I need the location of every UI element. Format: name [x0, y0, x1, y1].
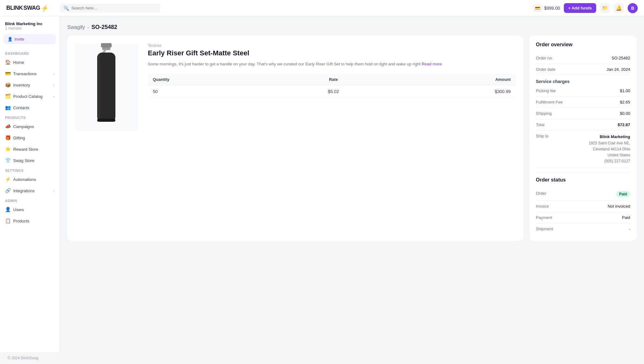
invite-button[interactable]: 👤 Invite — [4, 34, 56, 44]
order-overview-title: Order overview — [536, 42, 630, 48]
ship-to-name: Blink Marketing — [589, 134, 630, 140]
footer-text: © 2024 BlinkSwag — [8, 356, 38, 360]
search-input[interactable] — [71, 6, 157, 10]
ship-to-address-text: 1925 Saint Clair Ave NE,Cleveland 44114 … — [589, 140, 630, 165]
order-date-value: Jan 24, 2024 — [607, 67, 630, 72]
automations-icon: ⚡ — [5, 176, 11, 182]
chevron-right-icon: › — [53, 94, 54, 98]
sidebar-item-swag-store[interactable]: 👕 Swag Store — [0, 155, 59, 166]
order-status-label: Order — [536, 191, 546, 196]
invoice-status: Not invoiced — [608, 204, 630, 209]
order-status-title: Order status — [536, 177, 630, 183]
order-table: Quantity Rate Amount 50 $5.02 $300.99 — [148, 74, 516, 98]
invoice-label: Invoice — [536, 204, 549, 209]
total-row: Total $72.87 — [536, 119, 630, 131]
shipping-value: $0.00 — [620, 111, 630, 116]
shipment-status: - — [629, 227, 630, 231]
org-name: Blink Marketing Inc — [5, 21, 54, 26]
order-status-badge: Paid — [616, 191, 630, 197]
catalog-icon: 🗂️ — [5, 93, 11, 99]
inventory-icon: 📦 — [5, 82, 11, 88]
total-label: Total — [536, 122, 544, 127]
chevron-right-icon: › — [53, 189, 54, 193]
fulfillment-fee-row: Fulfillment Fee $2.65 — [536, 97, 630, 108]
sidebar-item-transactions[interactable]: 💳 Transactions › — [0, 68, 59, 79]
sidebar: Blink Marketing Inc 1 member 👤 Invite DA… — [0, 16, 60, 352]
order-date-label: Order date — [536, 67, 555, 72]
folder-icon[interactable]: 📁 — [600, 3, 610, 13]
svg-rect-5 — [97, 119, 115, 122]
product-card: Tentree Early Riser Gift Set-Matte Steel… — [67, 36, 523, 241]
org-members: 1 member — [5, 26, 54, 31]
avatar[interactable]: B — [628, 3, 638, 13]
sidebar-item-gifting[interactable]: 🎁 Gifting — [0, 132, 59, 143]
transactions-icon: 💳 — [5, 71, 11, 76]
product-title: Early Riser Gift Set-Matte Steel — [148, 49, 516, 57]
ship-to-address: Blink Marketing 1925 Saint Clair Ave NE,… — [589, 134, 630, 165]
swag-store-icon: 👕 — [5, 158, 11, 163]
product-bottle-svg — [86, 43, 127, 131]
product-description: Some mornings, it's just harder to get a… — [148, 61, 516, 68]
sidebar-item-contacts[interactable]: 👥 Contacts — [0, 102, 59, 113]
table-cell-amount: $300.99 — [386, 85, 516, 98]
payment-status: Paid — [622, 215, 630, 220]
order-no-value: SO-25482 — [612, 56, 630, 60]
org-info: Blink Marketing Inc 1 member — [0, 20, 59, 34]
ship-to-row: Ship to Blink Marketing 1925 Saint Clair… — [536, 131, 630, 168]
svg-rect-1 — [102, 48, 110, 50]
svg-rect-0 — [101, 43, 112, 48]
wallet-balance: 💳 $999.00 — [533, 4, 560, 12]
home-icon: 🏠 — [5, 59, 11, 65]
chevron-right-icon: › — [53, 72, 54, 76]
footer: © 2024 BlinkSwag — [0, 352, 644, 364]
admin-section-label: ADMIN — [0, 196, 59, 204]
sidebar-item-reward-store[interactable]: ⭐ Reward Store — [0, 143, 59, 155]
table-cell-quantity: 50 — [148, 85, 281, 98]
add-funds-button[interactable]: + Add funds — [564, 3, 596, 13]
topnav: BLINKSWAG⚡ 🔍 💳 $999.00 + Add funds 📁 🔔 B — [0, 0, 644, 16]
product-brand: Tentree — [148, 43, 516, 48]
sidebar-item-campaigns[interactable]: 📣 Campaigns — [0, 121, 59, 132]
notification-icon[interactable]: 🔔 — [614, 3, 624, 13]
search-icon: 🔍 — [64, 6, 69, 11]
order-no-row: Order no. SO-25482 — [536, 53, 630, 64]
invite-icon: 👤 — [8, 37, 13, 42]
sidebar-item-product-catalog[interactable]: 🗂️ Product Catalog › — [0, 91, 59, 102]
dashboard-section-label: DASHBOARD — [0, 49, 59, 57]
svg-rect-4 — [98, 54, 100, 120]
fulfillment-fee-label: Fulfillment Fee — [536, 100, 563, 104]
shipping-label: Shipping — [536, 111, 552, 116]
products-icon: 📋 — [5, 218, 11, 224]
payment-row: Payment Paid — [536, 212, 630, 223]
gifting-icon: 🎁 — [5, 135, 11, 141]
order-date-row: Order date Jan 24, 2024 — [536, 64, 630, 75]
picking-fee-label: Picking fee — [536, 88, 556, 93]
ship-to-label: Ship to — [536, 134, 548, 138]
read-more-link[interactable]: Read more — [422, 62, 442, 66]
settings-section-label: SETTINGS — [0, 166, 59, 174]
table-header-quantity: Quantity — [148, 74, 281, 85]
sidebar-item-home[interactable]: 🏠 Home — [0, 57, 59, 68]
wallet-icon: 💳 — [533, 4, 542, 12]
total-value: $72.87 — [618, 122, 630, 127]
breadcrumb: Swagify › SO-25482 — [67, 24, 636, 31]
sidebar-item-products[interactable]: 📋 Products — [0, 215, 59, 227]
product-image — [75, 43, 138, 131]
order-overview: Order overview Order no. SO-25482 Order … — [530, 36, 636, 241]
shipment-row: Shipment - — [536, 223, 630, 234]
table-header-amount: Amount — [386, 74, 516, 85]
fulfillment-fee-value: $2.65 — [620, 100, 630, 104]
logo: BLINKSWAG⚡ — [6, 4, 48, 12]
sidebar-item-inventory[interactable]: 📦 Inventory › — [0, 79, 59, 91]
breadcrumb-separator: › — [87, 25, 89, 30]
picking-fee-row: Picking fee $1.00 — [536, 85, 630, 97]
sidebar-item-users[interactable]: 👤 Users — [0, 204, 59, 215]
search-bar[interactable]: 🔍 — [60, 4, 160, 13]
service-charges-title: Service charges — [536, 79, 630, 84]
products-section-label: PRODUCTS — [0, 113, 59, 121]
breadcrumb-parent[interactable]: Swagify — [67, 25, 85, 30]
sidebar-item-automations[interactable]: ⚡ Automations — [0, 174, 59, 185]
sidebar-item-integrations[interactable]: 🔗 Integrations › — [0, 185, 59, 196]
chevron-right-icon: › — [53, 83, 54, 87]
shipping-row: Shipping $0.00 — [536, 108, 630, 119]
